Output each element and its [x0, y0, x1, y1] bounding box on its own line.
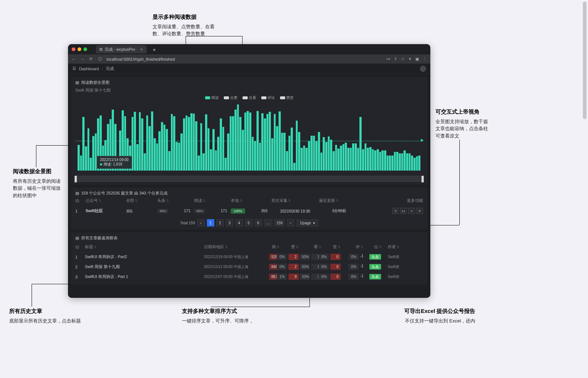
chart-bar[interactable]	[144, 153, 146, 171]
col-header[interactable]: 标题⇅	[85, 245, 203, 250]
close-tab-icon[interactable]: ×	[140, 47, 143, 52]
chart-bar[interactable]	[261, 113, 263, 171]
table-row[interactable]: 1 Swift社区 355 48%171 48%171 100%355 2022…	[75, 206, 423, 216]
chart-bar[interactable]	[391, 156, 394, 171]
col-header[interactable]: 最近更新⇅	[319, 198, 359, 203]
col-header[interactable]: 赞⇅	[283, 245, 301, 250]
browser-menu-icon[interactable]: ⋮	[423, 57, 427, 61]
chart-bar[interactable]	[303, 146, 305, 171]
chart-bar[interactable]	[379, 152, 381, 171]
chart-bar[interactable]	[85, 146, 87, 171]
chart-bar[interactable]	[291, 128, 293, 171]
chart-bar[interactable]	[281, 133, 283, 171]
pager-prev[interactable]: ‹	[197, 219, 205, 227]
action-list-icon[interactable]: ≡	[408, 208, 415, 214]
chart-bar[interactable]	[409, 153, 411, 171]
chart-bar[interactable]	[333, 151, 335, 171]
table-row[interactable]: 3SwiftUI 布局协议 - Part 12022/12/07 09:00 中…	[75, 272, 423, 282]
chart-bar[interactable]	[193, 114, 195, 171]
chart-bar[interactable]	[136, 144, 139, 171]
article-title[interactable]: Swift 周报 第十九期	[85, 264, 203, 270]
chart-bar[interactable]	[254, 141, 256, 171]
slider-handle-left[interactable]	[75, 176, 77, 182]
pager-page[interactable]: ...	[264, 219, 272, 227]
col-header[interactable]: 本地⇅	[231, 198, 271, 203]
col-header[interactable]: 公众号⇅	[86, 198, 126, 203]
chart-bar[interactable]	[276, 126, 278, 171]
chart-bar[interactable]	[335, 145, 337, 171]
col-header[interactable]: 位⇅	[366, 245, 384, 250]
tabs-overview-icon[interactable]: ▣	[415, 57, 419, 61]
chart-bar[interactable]	[180, 133, 183, 171]
chart-bar[interactable]	[217, 137, 219, 171]
chart-bar[interactable]	[320, 153, 323, 171]
site-info-icon[interactable]: ⓘ	[98, 56, 102, 62]
col-header[interactable]: 评⇅	[344, 245, 366, 250]
chart-bar[interactable]	[225, 158, 227, 171]
chart-bar[interactable]	[343, 144, 345, 171]
account-name[interactable]: Swift社区	[86, 208, 126, 214]
chart-bar[interactable]	[374, 150, 376, 171]
col-header[interactable]: 日期和地区⇅	[204, 245, 259, 250]
col-header[interactable]: 首次采集⇅	[271, 198, 319, 203]
chart-bar[interactable]	[337, 149, 340, 171]
chart-bar[interactable]	[134, 112, 136, 171]
chart-bar[interactable]	[293, 163, 295, 171]
col-header[interactable]: 阅读⇅	[194, 198, 231, 203]
col-header[interactable]: 赏⇅	[325, 245, 343, 250]
chart-bar[interactable]	[271, 138, 273, 171]
chart-bar[interactable]	[399, 153, 401, 171]
col-header[interactable]: 看⇅	[302, 245, 324, 250]
minimize-window-icon[interactable]	[78, 47, 81, 51]
forward-icon[interactable]: →	[80, 57, 85, 61]
chart-bar[interactable]	[222, 127, 225, 171]
table-row[interactable]: 1SwiftUI 布局协议 - Part22022/12/19 09:00 中国…	[75, 252, 423, 262]
pager-page[interactable]: 4	[236, 219, 243, 227]
chart-bar[interactable]	[154, 138, 156, 171]
pager-page[interactable]: 1	[207, 219, 214, 227]
chart-bar[interactable]	[210, 149, 212, 171]
chart-bar[interactable]	[166, 129, 168, 171]
chart-bar[interactable]	[286, 151, 288, 171]
chart-bar[interactable]	[161, 122, 163, 171]
chart-range-slider[interactable]	[75, 176, 423, 182]
menu-toggle-icon[interactable]: ☰	[72, 66, 76, 71]
chart-bar[interactable]	[78, 145, 80, 171]
chart-bar[interactable]	[87, 128, 90, 171]
chart-bar[interactable]	[252, 137, 254, 171]
reload-icon[interactable]: ⟳	[89, 57, 94, 61]
chart-bar[interactable]	[404, 150, 406, 171]
pager-page[interactable]: 2	[216, 219, 224, 227]
chart-bar[interactable]	[171, 114, 173, 171]
chart-bar[interactable]	[365, 143, 367, 171]
chart-bar[interactable]	[158, 131, 161, 171]
chart-bar[interactable]	[389, 156, 391, 171]
chart-bar[interactable]	[283, 133, 286, 171]
chart-bar[interactable]	[190, 113, 193, 171]
col-header[interactable]: 阅⇅	[260, 245, 282, 250]
chart-canvas[interactable]: ▶ 2022/11/14 09:00 阅读: 1,018	[75, 103, 423, 171]
chart-bar[interactable]	[212, 129, 215, 171]
chart-bar[interactable]	[205, 114, 207, 171]
table-row[interactable]: 2Swift 周报 第十九期2022/12/12 09:00 中国上海8480%…	[75, 262, 423, 272]
chart-bar[interactable]	[90, 158, 92, 171]
chart-bar[interactable]	[234, 110, 237, 171]
chart-bar[interactable]	[188, 117, 190, 171]
crumb-dashboard[interactable]: Dashboard	[79, 67, 99, 71]
chart-bar[interactable]	[82, 117, 85, 171]
col-header[interactable]: 作者⇅	[385, 245, 402, 250]
chart-bar[interactable]	[308, 141, 310, 171]
url-field[interactable]: localhost:5001/#/gzh_finished/finished	[107, 57, 382, 61]
chart-bar[interactable]	[80, 156, 82, 171]
chart-bar[interactable]	[244, 113, 247, 171]
chart-bar[interactable]	[352, 143, 354, 171]
chart-bar[interactable]	[200, 123, 202, 171]
chart-bar[interactable]	[176, 142, 178, 171]
chart-bar[interactable]	[418, 156, 420, 171]
maximize-window-icon[interactable]	[83, 47, 87, 51]
chart-bar[interactable]	[381, 150, 384, 171]
chart-bar[interactable]	[151, 111, 153, 171]
chart-bar[interactable]	[362, 149, 364, 171]
legend-item[interactable]: 点赞	[224, 95, 237, 100]
avatar[interactable]	[420, 66, 426, 72]
